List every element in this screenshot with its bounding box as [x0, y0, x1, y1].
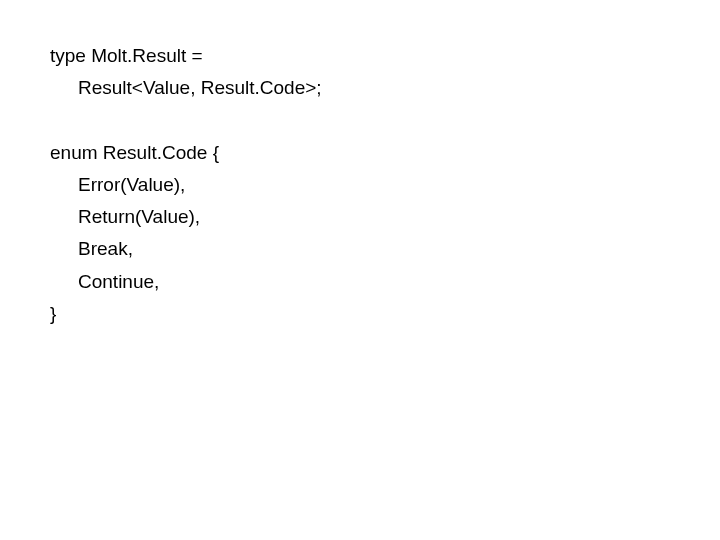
- code-line-enum-error: Error(Value),: [50, 169, 720, 201]
- code-line-enum-close: }: [50, 298, 720, 330]
- code-line-typedef-body: Result<Value, Result.Code>;: [50, 72, 720, 104]
- code-line-enum-open: enum Result.Code {: [50, 137, 720, 169]
- code-line-enum-continue: Continue,: [50, 266, 720, 298]
- blank-line: [50, 105, 720, 137]
- code-line-enum-return: Return(Value),: [50, 201, 720, 233]
- code-line-enum-break: Break,: [50, 233, 720, 265]
- code-line-typedef: type Molt.Result =: [50, 40, 720, 72]
